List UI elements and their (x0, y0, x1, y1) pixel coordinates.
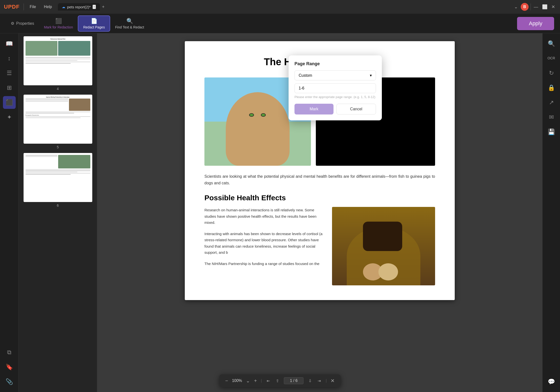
titlebar-divider (24, 3, 24, 10)
redact-pages-icon: 📄 (91, 18, 97, 24)
thumbnail-img-4: Yellowstone National Park (24, 36, 92, 85)
right-share-icon[interactable]: ↗ (545, 96, 558, 109)
tab-area: ☁ pets report(2)* ✕ + (58, 3, 509, 11)
popup-buttons: Mark Cancel (294, 104, 376, 114)
prev-page-button[interactable]: ⇧ (275, 378, 280, 384)
popup-title: Page Range (294, 61, 376, 66)
sidebar-pages-icon[interactable]: ⊞ (3, 81, 16, 94)
window-close-button[interactable]: ✕ (550, 3, 556, 11)
thumbnail-page-4[interactable]: Yellowstone National Park 4 (22, 36, 94, 91)
right-convert-icon[interactable]: ↻ (545, 67, 558, 79)
avatar: B (521, 3, 529, 11)
redact-pages-label: Redact Pages (83, 25, 105, 29)
health-para-1: Research on human-animal interactions is… (204, 207, 325, 226)
first-page-button[interactable]: ⇤ (266, 378, 271, 384)
intro-paragraph: Scientists are looking at what the poten… (204, 173, 435, 186)
tab-add-button[interactable]: + (102, 4, 105, 10)
active-tab[interactable]: ☁ pets report(2)* ✕ (58, 3, 100, 11)
health-para-2: Interacting with animals has been shown … (204, 231, 325, 256)
content-area: The Health and Benefits Scientists are l… (97, 33, 542, 392)
find-redact-icon: 🔍 (126, 18, 133, 24)
health-para-3: The NIH/Mars Partnership is funding a ra… (204, 261, 325, 267)
chevron-down-button[interactable]: ⌄ (513, 3, 519, 11)
app-logo: UPDF (4, 4, 20, 10)
sidebar-redact-icon[interactable]: ⬛ (3, 96, 16, 109)
separator-1: | (261, 379, 262, 383)
sidebar-scroll-icon[interactable]: ↕ (3, 52, 16, 65)
thumbnail-page-5[interactable]: Improve Working Productivity in Using Ap… (22, 95, 94, 149)
sidebar-layers-icon[interactable]: ⧉ (3, 346, 16, 359)
thumbnail-panel: Yellowstone National Park 4 Improv (19, 33, 97, 392)
sidebar-reader-icon[interactable]: 📖 (3, 37, 16, 50)
find-text-redact-button[interactable]: 🔍 Find Text & Redact (110, 16, 149, 31)
right-sidebar: 🔍 OCR ↻ 🔒 ↗ ✉ 💾 💬 (542, 33, 560, 392)
next-page-button[interactable]: ⇩ (307, 378, 313, 384)
thumbnail-num-5: 5 (57, 145, 59, 149)
left-sidebar: 📖 ↕ ☰ ⊞ ⬛ ✦ ⧉ 🔖 📎 (0, 33, 19, 392)
health-row: Research on human-animal interactions is… (204, 207, 435, 285)
thumbnail-img-6 (24, 153, 92, 202)
properties-icon: ⚙ (11, 21, 14, 26)
maximize-button[interactable]: ⬜ (541, 3, 548, 11)
sidebar-stamp-icon[interactable]: ✦ (3, 111, 16, 124)
page-range-input[interactable] (294, 83, 376, 93)
custom-select[interactable]: Custom ▾ (294, 70, 376, 80)
titlebar-controls: ⌄ B — ⬜ ✕ (513, 3, 556, 11)
properties-label: Properties (16, 21, 34, 26)
right-search-icon[interactable]: 🔍 (545, 37, 558, 50)
file-menu[interactable]: File (28, 4, 38, 10)
find-redact-label: Find Text & Redact (115, 25, 144, 29)
right-ocr-icon[interactable]: OCR (545, 52, 558, 65)
page-display[interactable]: 1 / 6 (284, 377, 304, 384)
help-menu[interactable]: Help (42, 4, 54, 10)
popup-cancel-button[interactable]: Cancel (336, 104, 376, 114)
tab-title: pets report(2)* (67, 5, 91, 9)
right-mail-icon[interactable]: ✉ (545, 111, 558, 124)
minimize-button[interactable]: — (533, 3, 539, 11)
apply-button[interactable]: Apply (517, 17, 554, 30)
select-value: Custom (299, 73, 312, 78)
mark-for-redaction-button[interactable]: ⬛ Mark for Redaction (39, 16, 78, 31)
close-bottom-button[interactable]: ✕ (331, 378, 335, 384)
popup-hint: Please enter the appropriate page range.… (294, 95, 376, 99)
separator-2: | (326, 379, 327, 383)
thumbnail-num-4: 4 (57, 87, 59, 91)
health-text-block: Research on human-animal interactions is… (204, 207, 325, 285)
sidebar-list-icon[interactable]: ☰ (3, 67, 16, 79)
tab-close-button[interactable]: ✕ (93, 5, 96, 9)
dog-image (332, 207, 435, 285)
popup-mark-button[interactable]: Mark (294, 104, 333, 114)
titlebar: UPDF File Help ☁ pets report(2)* ✕ + ⌄ B… (0, 0, 560, 14)
redact-pages-button[interactable]: 📄 Redact Pages (78, 15, 110, 32)
zoom-level-display: 100% (232, 379, 242, 383)
thumbnail-num-6: 6 (57, 203, 59, 207)
thumbnail-page-6[interactable]: 6 (22, 153, 94, 207)
zoom-out-button[interactable]: − (225, 378, 228, 384)
last-page-button[interactable]: ⇥ (317, 378, 322, 384)
sidebar-attach-icon[interactable]: 📎 (3, 375, 16, 388)
thumbnail-img-5: Improve Working Productivity in Using Ap… (24, 95, 92, 144)
right-lock-icon[interactable]: 🔒 (545, 81, 558, 94)
zoom-chevron-button[interactable]: ⌄ (246, 378, 250, 384)
page-range-popup: Page Range Custom ▾ Please enter the app… (289, 55, 382, 120)
toolbar: ⚙ Properties ⬛ Mark for Redaction 📄 Reda… (0, 14, 560, 33)
main-layout: 📖 ↕ ☰ ⊞ ⬛ ✦ ⧉ 🔖 📎 Yellowstone National P… (0, 33, 560, 392)
right-chat-icon[interactable]: 💬 (545, 375, 558, 388)
right-save-icon[interactable]: 💾 (545, 126, 558, 138)
cloud-icon: ☁ (62, 5, 65, 9)
mark-redaction-icon: ⬛ (55, 18, 62, 24)
bottom-bar: − 100% ⌄ + | ⇤ ⇧ 1 / 6 ⇩ ⇥ | ✕ (219, 374, 341, 387)
mark-redaction-label: Mark for Redaction (44, 25, 73, 29)
health-section-title: Possible Health Effects (204, 194, 435, 202)
select-chevron: ▾ (370, 73, 372, 78)
zoom-in-button[interactable]: + (254, 378, 257, 384)
sidebar-bookmark-icon[interactable]: 🔖 (3, 361, 16, 373)
properties-button[interactable]: ⚙ Properties (6, 19, 39, 28)
divider2 (531, 3, 531, 10)
